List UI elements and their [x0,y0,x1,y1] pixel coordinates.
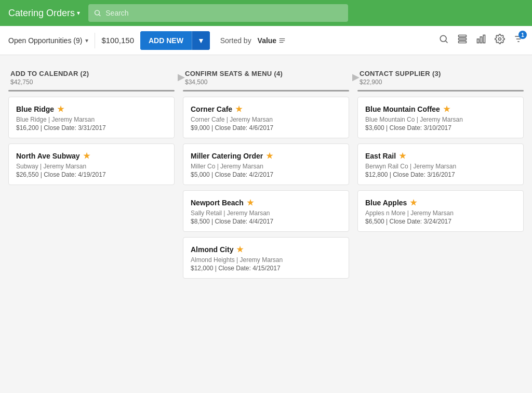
card-value: $12,800 | Close Date: 3/16/2017 [365,171,516,178]
column-divider-contact-supplier [357,90,524,91]
svg-rect-7 [459,35,467,37]
search-icon [94,9,101,17]
card-subtitle: Berwyn Rail Co | Jeremy Marsan [365,163,516,170]
svg-rect-9 [459,41,467,43]
table-row[interactable]: Almond City ★Almond Heights | Jeremy Mar… [183,237,349,279]
card-subtitle: Blue Ridge | Jeremy Marsan [16,116,167,123]
card-value: $5,000 | Close Date: 4/2/2017 [191,171,341,178]
star-icon: ★ [236,245,243,254]
column-divider-add-to-calendar [8,90,175,91]
card-title: Blue Apples ★ [365,198,516,207]
column-total-confirm-seats-menu: $34,500 [185,78,347,86]
card-title: Blue Ridge ★ [16,104,167,114]
add-new-button[interactable]: ADD NEW ▼ [140,31,210,50]
table-row[interactable]: Blue Apples ★Apples n More | Jeremy Mars… [357,190,524,232]
card-value: $9,000 | Close Date: 4/6/2017 [191,124,341,132]
card-title: Corner Cafe ★ [191,104,341,114]
star-icon: ★ [443,104,450,114]
card-value: $26,550 | Close Date: 4/19/2017 [16,171,167,178]
star-icon: ★ [247,198,254,207]
column-title-confirm-seats-menu: CONFIRM SEATS & MENU (4) [185,70,347,77]
table-row[interactable]: Miller Catering Order ★Miller Co | Jerem… [183,143,349,185]
star-icon: ★ [266,151,273,161]
app-title-chevron: ▾ [77,9,80,17]
column-total-contact-supplier: $22,900 [360,78,522,86]
card-title: Miller Catering Order ★ [191,151,341,161]
sub-toolbar: Open Opportunities (9) ▾ $100,150 ADD NE… [0,26,532,55]
star-icon: ★ [410,198,417,207]
table-row[interactable]: Newport Beach ★Sally Retail | Jeremy Mar… [183,190,349,232]
column-title-add-to-calendar: ADD TO CALENDAR (2) [10,70,172,77]
sort-prefix: Sorted by [220,36,251,45]
card-value: $6,500 | Close Date: 3/24/2017 [365,218,516,225]
kanban-column-confirm-seats-menu: CONFIRM SEATS & MENU (4)$34,500Corner Ca… [183,63,349,284]
svg-rect-12 [483,35,485,43]
table-row[interactable]: Corner Cafe ★Corner Cafe | Jeremy Marsan… [183,97,349,138]
table-row[interactable]: Blue Mountain Coffee ★Blue Mountain Co |… [357,97,524,138]
sort-label: Sorted by Value [220,36,286,45]
card-title: Newport Beach ★ [191,198,341,207]
add-new-dropdown-icon[interactable]: ▼ [192,31,210,50]
search-toolbar-icon[interactable] [438,34,449,47]
card-value: $3,600 | Close Date: 3/10/2017 [365,124,516,132]
column-divider-confirm-seats-menu [183,90,349,91]
toolbar-divider-1 [95,33,95,48]
opportunities-chevron: ▾ [85,37,88,44]
svg-rect-8 [459,38,467,40]
add-new-label: ADD NEW [140,31,192,50]
card-subtitle: Miller Co | Jeremy Marsan [191,163,341,170]
card-title: Almond City ★ [191,245,341,254]
card-subtitle: Corner Cafe | Jeremy Marsan [191,116,341,123]
top-navigation: Catering Orders ▾ [0,0,532,26]
svg-rect-10 [477,39,479,43]
svg-line-1 [99,15,101,16]
app-title-text: Catering Orders [8,8,75,19]
card-title: East Rail ★ [365,151,516,161]
card-subtitle: Blue Mountain Co | Jeremy Marsan [365,116,516,123]
svg-point-13 [499,38,501,41]
search-bar[interactable] [88,4,348,22]
table-row[interactable]: East Rail ★Berwyn Rail Co | Jeremy Marsa… [357,143,524,185]
table-row[interactable]: Blue Ridge ★Blue Ridge | Jeremy Marsan$1… [8,97,175,138]
star-icon: ★ [399,151,406,161]
star-icon: ★ [57,104,64,114]
kanban-board: ADD TO CALENDAR (2)$42,750Blue Ridge ★Bl… [0,55,532,393]
kanban-column-add-to-calendar: ADD TO CALENDAR (2)$42,750Blue Ridge ★Bl… [8,63,175,190]
svg-point-0 [95,10,100,15]
card-subtitle: Apples n More | Jeremy Marsan [365,209,516,217]
toolbar-icons: 1 [438,34,524,47]
svg-point-5 [440,35,446,42]
kanban-column-contact-supplier: CONTACT SUPPLIER (3)$22,900Blue Mountain… [357,63,524,237]
card-title: Blue Mountain Coffee ★ [365,104,516,114]
card-subtitle: Almond Heights | Jeremy Marsan [191,256,341,264]
search-input[interactable] [105,9,343,17]
sort-value: Value [258,36,277,45]
total-value: $100,150 [101,36,134,45]
settings-icon[interactable] [495,34,505,47]
filter-icon[interactable]: 1 [513,34,524,47]
card-subtitle: Subway | Jeremy Marsan [16,163,167,170]
svg-line-6 [446,41,448,43]
card-title: North Ave Subway ★ [16,151,167,161]
column-header-contact-supplier: CONTACT SUPPLIER (3)$22,900 [357,63,524,90]
list-view-icon[interactable] [457,34,468,47]
app-title[interactable]: Catering Orders ▾ [8,8,80,19]
card-subtitle: Sally Retail | Jeremy Marsan [191,209,341,217]
table-row[interactable]: North Ave Subway ★Subway | Jeremy Marsan… [8,143,175,185]
star-icon: ★ [83,151,90,161]
column-header-add-to-calendar: ADD TO CALENDAR (2)$42,750 [8,63,175,90]
sort-icon [278,37,286,44]
svg-rect-11 [480,37,482,43]
opportunities-selector[interactable]: Open Opportunities (9) ▾ [8,36,88,45]
card-value: $16,200 | Close Date: 3/31/2017 [16,124,167,132]
column-title-contact-supplier: CONTACT SUPPLIER (3) [360,70,522,77]
opportunities-label: Open Opportunities (9) [8,36,82,45]
filter-badge: 1 [518,31,527,39]
card-value: $8,500 | Close Date: 4/4/2017 [191,218,341,225]
column-total-add-to-calendar: $42,750 [10,78,172,86]
star-icon: ★ [235,104,242,114]
column-header-confirm-seats-menu: CONFIRM SEATS & MENU (4)$34,500 [183,63,349,90]
card-value: $12,000 | Close Date: 4/15/2017 [191,265,341,272]
bar-chart-icon[interactable] [476,34,486,47]
